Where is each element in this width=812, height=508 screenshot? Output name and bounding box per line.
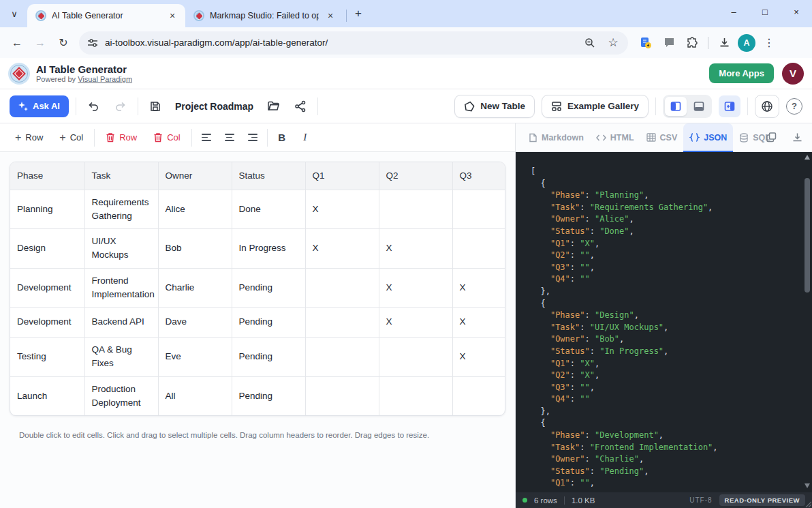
table-cell[interactable]: Pending	[232, 376, 305, 415]
table-cell[interactable]	[305, 338, 379, 377]
share-button[interactable]	[290, 96, 311, 117]
table-cell[interactable]: Requirements Gathering	[84, 190, 158, 229]
preview-tab-json[interactable]: JSON	[683, 123, 733, 152]
preview-tab-csv[interactable]: CSV	[640, 123, 684, 152]
delete-row-button[interactable]: Row	[100, 129, 142, 146]
maximize-button[interactable]: □	[749, 0, 781, 23]
align-center-button[interactable]	[221, 129, 238, 147]
table-cell[interactable]: Frontend Implementation	[84, 268, 158, 308]
table-cell[interactable]: X	[379, 308, 452, 338]
downloads-icon[interactable]	[715, 33, 734, 53]
column-header[interactable]: Owner	[158, 162, 232, 190]
help-button[interactable]: ?	[786, 98, 802, 115]
align-right-button[interactable]	[244, 129, 262, 147]
add-row-button[interactable]: +Row	[10, 129, 48, 147]
comment-icon[interactable]	[659, 33, 678, 53]
bold-button[interactable]: B	[273, 129, 291, 147]
table-cell[interactable]: Alice	[158, 190, 232, 229]
close-tab-icon[interactable]: ×	[166, 10, 178, 22]
table-cell[interactable]: Eve	[158, 338, 232, 377]
download-button[interactable]	[789, 130, 805, 146]
table-cell[interactable]: Planning	[10, 190, 84, 229]
table-cell[interactable]: UI/UX Mockups	[84, 229, 158, 269]
ask-ai-button[interactable]: Ask AI	[10, 95, 69, 117]
column-header[interactable]: Q1	[305, 162, 379, 190]
page-action-icon[interactable]	[636, 33, 655, 53]
table-cell[interactable]: Launch	[10, 376, 84, 415]
table-cell[interactable]: Bob	[158, 229, 232, 269]
tab-search-button[interactable]: ∨	[5, 5, 23, 23]
table-cell[interactable]: QA & Bug Fixes	[84, 338, 158, 377]
table-cell[interactable]	[379, 190, 452, 229]
table-cell[interactable]: Testing	[10, 338, 84, 377]
zoom-level-icon[interactable]	[582, 35, 598, 51]
table-cell[interactable]: X	[452, 308, 505, 338]
delete-col-button[interactable]: Col	[148, 129, 186, 146]
redo-button[interactable]	[110, 96, 131, 117]
undo-button[interactable]	[83, 96, 104, 117]
split-horizontal-button[interactable]	[688, 97, 710, 116]
table-cell[interactable]	[452, 229, 505, 269]
open-folder-button[interactable]	[263, 96, 283, 117]
scroll-down-icon[interactable]	[805, 483, 810, 488]
table-cell[interactable]	[305, 376, 379, 415]
italic-button[interactable]: I	[296, 129, 314, 147]
table-cell[interactable]: X	[452, 268, 505, 308]
close-tab-icon[interactable]: ×	[324, 10, 337, 22]
example-gallery-button[interactable]: Example Gallery	[542, 95, 649, 118]
column-header[interactable]: Status	[232, 162, 305, 190]
table-cell[interactable]: Backend API	[84, 308, 158, 338]
table-cell[interactable]	[452, 376, 505, 415]
table-cell[interactable]: X	[379, 268, 452, 308]
back-button[interactable]: ←	[7, 33, 27, 53]
url-bar[interactable]: ai-toolbox.visual-paradigm.com/app/ai-ta…	[79, 31, 628, 55]
copy-button[interactable]	[763, 130, 779, 146]
more-apps-button[interactable]: More Apps	[709, 63, 774, 83]
scroll-up-icon[interactable]	[805, 155, 810, 160]
add-col-button[interactable]: +Col	[54, 129, 89, 147]
resize-grip[interactable]	[805, 501, 811, 507]
table-cell[interactable]: Charlie	[158, 268, 232, 308]
table-cell[interactable]	[379, 338, 452, 377]
save-button[interactable]	[145, 96, 166, 117]
table-cell[interactable]: Pending	[232, 268, 305, 308]
align-left-button[interactable]	[198, 129, 215, 147]
split-vertical-button[interactable]	[665, 97, 687, 116]
column-header[interactable]: Task	[84, 162, 158, 190]
table-cell[interactable]: X	[379, 229, 452, 269]
table-cell[interactable]: Pending	[232, 308, 305, 338]
table-cell[interactable]: All	[158, 376, 232, 415]
browser-menu-icon[interactable]: ⋮	[760, 33, 779, 53]
language-button[interactable]	[755, 95, 779, 118]
table-cell[interactable]: Development	[10, 308, 84, 338]
new-table-button[interactable]: New Table	[454, 95, 535, 118]
site-settings-icon[interactable]	[87, 38, 98, 48]
bookmark-star-icon[interactable]: ☆	[605, 35, 621, 51]
forward-button[interactable]: →	[30, 33, 50, 53]
toggle-right-panel-button[interactable]	[719, 95, 740, 117]
column-header[interactable]: Q3	[452, 162, 505, 190]
table-cell[interactable]: Done	[232, 190, 305, 229]
table-cell[interactable]	[305, 268, 379, 308]
table-cell[interactable]: Production Deployment	[84, 376, 158, 415]
browser-tab[interactable]: Markmap Studio: Failed to oper×	[185, 4, 343, 27]
table-cell[interactable]: X	[305, 190, 379, 229]
browser-tab[interactable]: AI Table Generator×	[27, 4, 185, 27]
reload-button[interactable]: ↻	[53, 33, 74, 53]
table-cell[interactable]: Development	[10, 268, 84, 308]
table-cell[interactable]: X	[452, 338, 505, 377]
table-cell[interactable]: X	[305, 229, 379, 269]
table-cell[interactable]: Dave	[158, 308, 232, 338]
preview-tab-markdown[interactable]: Markdown	[522, 123, 590, 152]
new-tab-button[interactable]: +	[349, 5, 367, 23]
table-cell[interactable]	[379, 376, 452, 415]
table-cell[interactable]: In Progress	[232, 229, 305, 269]
close-window-button[interactable]: ×	[781, 0, 812, 23]
table-cell[interactable]	[452, 190, 505, 229]
column-header[interactable]: Phase	[10, 162, 84, 190]
table-cell[interactable]: Design	[10, 229, 84, 269]
file-name[interactable]: Project Roadmap	[175, 101, 253, 112]
minimize-button[interactable]: –	[718, 0, 749, 23]
preview-tab-html[interactable]: HTML	[590, 123, 640, 152]
account-avatar[interactable]: V	[782, 63, 804, 85]
